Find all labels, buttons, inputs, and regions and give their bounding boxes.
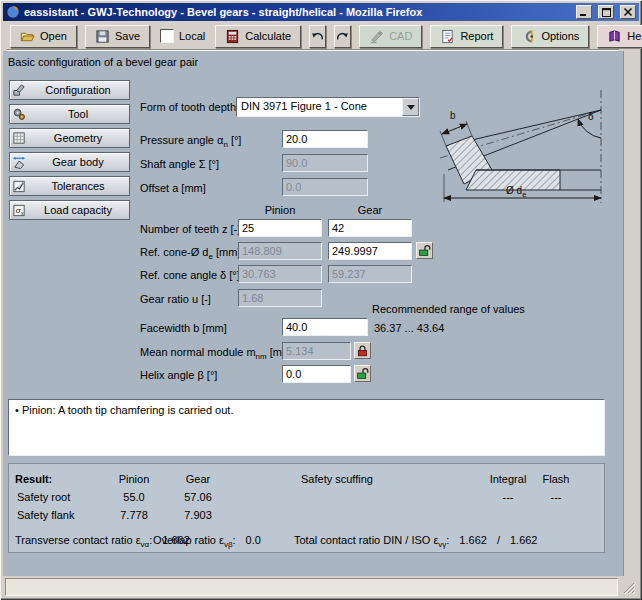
sidebar-item-label: Geometry — [29, 132, 127, 144]
report-document-icon — [440, 29, 455, 44]
maximize-button[interactable] — [598, 5, 614, 19]
gear-ref-diameter-input[interactable] — [328, 242, 412, 260]
sidebar-item-tool[interactable]: Tool — [9, 104, 130, 124]
pinion-column-header: Pinion — [238, 204, 322, 216]
local-label: Local — [179, 30, 205, 42]
sidebar-item-label: Tool — [29, 108, 127, 120]
result-col-scuffing: Safety scuffing — [301, 473, 373, 485]
sidebar-item-gear-body[interactable]: Gear body — [9, 152, 130, 172]
svg-text:x: x — [21, 209, 24, 215]
save-button[interactable]: Save — [85, 25, 150, 48]
shaft-angle-input — [282, 154, 368, 172]
help-book-icon — [607, 29, 622, 44]
close-button[interactable] — [620, 5, 636, 19]
status-bar — [3, 576, 639, 597]
tooth-depth-value: DIN 3971 Figure 1 - Cone — [237, 98, 402, 116]
local-checkbox[interactable] — [160, 29, 174, 43]
helix-angle-label: Helix angle β [°] — [140, 369, 217, 381]
titlebar[interactable]: eassistant - GWJ-Technology - Bevel gear… — [3, 3, 639, 21]
right-frame — [623, 51, 639, 576]
safety-root-pinion-value: 55.0 — [104, 491, 164, 503]
calculate-button[interactable]: Calculate — [215, 25, 301, 48]
module-label: Mean normal module mnm [mm] — [140, 346, 294, 361]
load-capacity-icon: σ x — [12, 203, 27, 218]
cad-icon — [369, 29, 384, 44]
pinion-ref-diameter-input — [238, 242, 322, 260]
options-button[interactable]: Options — [511, 25, 589, 48]
undo-icon — [310, 30, 325, 43]
total-ratio-din-value: 1.662 — [459, 534, 487, 546]
open-folder-icon — [20, 29, 35, 44]
overlap-ratio-value: 0.0 — [246, 534, 261, 546]
tooth-depth-select[interactable]: DIN 3971 Figure 1 - Cone — [236, 97, 420, 117]
application-window: eassistant - GWJ-Technology - Bevel gear… — [0, 0, 642, 600]
sidebar-item-configuration[interactable]: Configuration — [9, 80, 130, 100]
facewidth-input[interactable] — [282, 318, 368, 336]
report-label: Report — [460, 30, 493, 42]
gear-teeth-input[interactable] — [328, 219, 412, 237]
module-lock-button[interactable] — [354, 342, 371, 359]
sidebar-item-geometry[interactable]: Geometry — [9, 128, 130, 148]
tool-icon — [12, 107, 27, 122]
resize-grip[interactable] — [622, 581, 635, 594]
report-button[interactable]: Report — [430, 25, 503, 48]
ref-cone-diameter-label: Ref. cone-Ø de [mm] — [140, 246, 240, 261]
redo-button[interactable] — [334, 25, 351, 48]
module-input — [282, 342, 351, 360]
helix-angle-input[interactable] — [282, 365, 351, 383]
facewidth-dim-label: b — [450, 110, 456, 121]
calculate-label: Calculate — [245, 30, 291, 42]
options-label: Options — [541, 30, 579, 42]
sidebar-item-tolerances[interactable]: Tolerances — [9, 176, 130, 196]
ratio-separator: / — [497, 534, 500, 546]
open-button[interactable]: Open — [10, 25, 77, 48]
tooth-depth-dropdown-button[interactable] — [402, 98, 419, 116]
gear-cone-angle-input — [328, 265, 412, 283]
pressure-angle-input[interactable] — [282, 130, 368, 148]
helix-lock-button[interactable] — [354, 365, 371, 382]
sidebar-item-label: Load capacity — [29, 204, 127, 216]
overlap-ratio: Overlap ratio εvβ:0.0 — [153, 534, 261, 549]
sidebar-item-label: Configuration — [29, 84, 127, 96]
total-ratio-iso-value: 1.662 — [510, 534, 538, 546]
minimize-icon — [580, 8, 588, 16]
undo-button[interactable] — [309, 25, 326, 48]
result-col-gear: Gear — [168, 473, 228, 485]
recommended-range-header: Recommended range of values — [372, 303, 525, 315]
status-field — [5, 578, 618, 596]
safety-flank-label: Safety flank — [17, 509, 74, 521]
lock-open-icon — [418, 244, 431, 257]
gear-body-icon — [12, 155, 27, 170]
sidebar-item-label: Gear body — [29, 156, 127, 168]
safety-root-label: Safety root — [17, 491, 70, 503]
close-icon — [624, 8, 632, 16]
minimize-button[interactable] — [576, 5, 592, 19]
safety-flank-gear-value: 7.903 — [168, 509, 228, 521]
result-panel: Result: Pinion Gear Safety scuffing Inte… — [8, 463, 605, 553]
gear-column-header: Gear — [328, 204, 412, 216]
sidebar-item-load-capacity[interactable]: σ x Load capacity — [9, 200, 130, 220]
message-line: • Pinion: A tooth tip chamfering is carr… — [15, 404, 233, 416]
pressure-angle-label: Pressure angle αn [°] — [140, 134, 241, 149]
shaft-angle-label: Shaft angle Σ [°] — [140, 158, 219, 170]
geometry-icon — [12, 131, 27, 146]
pinion-teeth-input[interactable] — [238, 219, 322, 237]
help-button[interactable]: Help — [597, 25, 642, 48]
result-col-pinion: Pinion — [104, 473, 164, 485]
maximize-icon — [602, 8, 611, 17]
redo-icon — [335, 30, 350, 43]
options-clamp-icon — [521, 29, 536, 44]
ref-diameter-lock-button[interactable] — [416, 242, 433, 259]
page-title: Basic configuration of a bevel gear pair — [8, 56, 198, 68]
window-title: eassistant - GWJ-Technology - Bevel gear… — [24, 6, 570, 18]
calculator-icon — [225, 29, 240, 44]
cone-angle-dim-label: δ — [588, 111, 594, 122]
gear-ratio-input — [238, 289, 322, 307]
open-label: Open — [40, 30, 67, 42]
lock-open-icon — [356, 367, 369, 380]
result-title: Result: — [15, 473, 52, 485]
bevel-gear-diagram: b δ Ø de — [436, 86, 623, 208]
tolerances-icon — [12, 179, 27, 194]
gear-ratio-label: Gear ratio u [-] — [140, 293, 211, 305]
tooth-depth-label: Form of tooth depth — [140, 101, 236, 113]
